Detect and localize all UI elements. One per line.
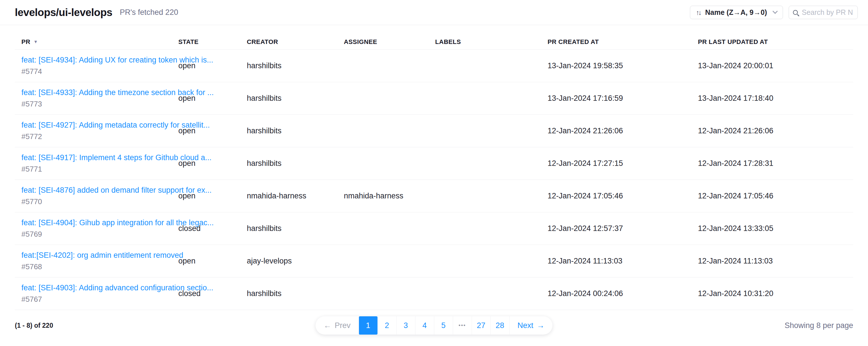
pr-creator: harshilbits bbox=[247, 289, 344, 298]
pr-state: open bbox=[178, 257, 247, 265]
pr-cell: feat: [SEI-4903]: Adding advanced config… bbox=[22, 284, 178, 304]
pr-updated-at: 12-Jan-2024 11:13:03 bbox=[698, 257, 846, 265]
pr-updated-at: 12-Jan-2024 17:28:31 bbox=[698, 159, 846, 168]
pr-creator: harshilbits bbox=[247, 94, 344, 103]
pagination-page-5[interactable]: 5 bbox=[434, 316, 453, 335]
pagination-page-3[interactable]: 3 bbox=[396, 316, 415, 335]
pr-creator: harshilbits bbox=[247, 126, 344, 135]
pagination-page-4[interactable]: 4 bbox=[415, 316, 434, 335]
table-footer: (1 - 8) of 220 ← Prev 12345•••2728 Next … bbox=[15, 310, 853, 341]
pr-updated-at: 12-Jan-2024 13:33:05 bbox=[698, 224, 846, 233]
prs-fetched-count: PR's fetched 220 bbox=[120, 8, 178, 17]
column-header-pr-label: PR bbox=[22, 38, 30, 46]
pr-table: PR▾ STATE CREATOR ASSIGNEE LABELS PR CRE… bbox=[15, 34, 853, 310]
search-icon bbox=[793, 10, 798, 15]
pr-creator: harshilbits bbox=[247, 61, 344, 70]
pr-title-link[interactable]: feat: [SEI-4876] added on demand filter … bbox=[22, 186, 178, 195]
pr-created-at: 12-Jan-2024 17:05:46 bbox=[548, 192, 698, 200]
column-header-updated-at: PR LAST UPDATED AT bbox=[698, 38, 846, 46]
table-row: feat: [SEI-4933]: Adding the timezone se… bbox=[15, 82, 853, 115]
column-header-pr[interactable]: PR▾ bbox=[22, 38, 178, 46]
pr-created-at: 13-Jan-2024 19:58:35 bbox=[548, 61, 698, 70]
pagination-next-button[interactable]: Next → bbox=[509, 316, 553, 335]
pr-state: open bbox=[178, 159, 247, 168]
column-header-assignee: ASSIGNEE bbox=[344, 38, 435, 46]
pr-cell: feat: [SEI-4927]: Adding metadata correc… bbox=[22, 121, 178, 141]
column-header-state: STATE bbox=[178, 38, 247, 46]
pr-state: open bbox=[178, 94, 247, 103]
pr-assignee: nmahida-harness bbox=[344, 192, 435, 200]
pr-title-link[interactable]: feat:[SEI-4202]: org admin entitlement r… bbox=[22, 251, 178, 260]
pr-creator: harshilbits bbox=[247, 224, 344, 233]
prev-label: Prev bbox=[335, 321, 351, 330]
table-row: feat: [SEI-4903]: Adding advanced config… bbox=[15, 278, 853, 310]
table-row: feat: [SEI-4917]: Implement 4 steps for … bbox=[15, 147, 853, 180]
pr-created-at: 12-Jan-2024 11:13:03 bbox=[548, 257, 698, 265]
pagination-page-28[interactable]: 28 bbox=[491, 316, 509, 335]
pagination: ← Prev 12345•••2728 Next → bbox=[316, 316, 552, 335]
pr-number: #5774 bbox=[22, 67, 178, 76]
pr-title-link[interactable]: feat: [SEI-4917]: Implement 4 steps for … bbox=[22, 153, 178, 162]
pr-updated-at: 13-Jan-2024 20:00:01 bbox=[698, 61, 846, 70]
table-row: feat: [SEI-4927]: Adding metadata correc… bbox=[15, 115, 853, 147]
chevron-down-icon bbox=[772, 8, 778, 14]
search-input[interactable] bbox=[801, 8, 854, 17]
pr-created-at: 12-Jan-2024 21:26:06 bbox=[548, 126, 698, 135]
sort-selected-value: Name (Z→A, 9→0) bbox=[705, 8, 767, 17]
table-row: feat: [SEI-4934]: Adding UX for creating… bbox=[15, 50, 853, 82]
table-body: feat: [SEI-4934]: Adding UX for creating… bbox=[15, 50, 853, 310]
column-header-creator: CREATOR bbox=[247, 38, 344, 46]
pr-number: #5767 bbox=[22, 295, 178, 304]
pagination-page-27[interactable]: 27 bbox=[472, 316, 491, 335]
table-row: feat: [SEI-4876] added on demand filter … bbox=[15, 180, 853, 212]
pr-title-link[interactable]: feat: [SEI-4933]: Adding the timezone se… bbox=[22, 88, 178, 97]
table-row: feat: [SEI-4904]: Gihub app integration … bbox=[15, 212, 853, 245]
pr-cell: feat: [SEI-4876] added on demand filter … bbox=[22, 186, 178, 206]
pr-updated-at: 12-Jan-2024 17:05:46 bbox=[698, 192, 846, 200]
search-container bbox=[789, 6, 858, 19]
table-row: feat:[SEI-4202]: org admin entitlement r… bbox=[15, 245, 853, 278]
pr-title-link[interactable]: feat: [SEI-4904]: Gihub app integration … bbox=[22, 219, 178, 227]
pr-state: open bbox=[178, 126, 247, 135]
pagination-page-1[interactable]: 1 bbox=[359, 316, 377, 335]
pagination-page-2[interactable]: 2 bbox=[377, 316, 396, 335]
next-label: Next bbox=[518, 321, 534, 330]
pr-title-link[interactable]: feat: [SEI-4903]: Adding advanced config… bbox=[22, 284, 178, 292]
pr-creator: harshilbits bbox=[247, 159, 344, 168]
pr-updated-at: 12-Jan-2024 21:26:06 bbox=[698, 126, 846, 135]
column-header-labels: LABELS bbox=[435, 38, 548, 46]
pr-created-at: 12-Jan-2024 17:27:15 bbox=[548, 159, 698, 168]
pr-cell: feat: [SEI-4917]: Implement 4 steps for … bbox=[22, 153, 178, 174]
pr-number: #5772 bbox=[22, 132, 178, 141]
table-header-row: PR▾ STATE CREATOR ASSIGNEE LABELS PR CRE… bbox=[15, 34, 853, 50]
column-header-created-at: PR CREATED AT bbox=[548, 38, 698, 46]
sort-dropdown[interactable]: ↑↓ Name (Z→A, 9→0) bbox=[690, 6, 783, 19]
right-arrow-icon: → bbox=[537, 321, 545, 330]
pr-number: #5770 bbox=[22, 197, 178, 206]
page-header: levelops/ui-levelops PR's fetched 220 ↑↓… bbox=[0, 0, 868, 25]
sort-desc-icon: ▾ bbox=[34, 39, 37, 45]
page-title: levelops/ui-levelops bbox=[15, 6, 113, 19]
pr-cell: feat: [SEI-4933]: Adding the timezone se… bbox=[22, 88, 178, 109]
pr-updated-at: 12-Jan-2024 10:31:20 bbox=[698, 289, 846, 298]
pr-created-at: 12-Jan-2024 12:57:37 bbox=[548, 224, 698, 233]
pr-state: closed bbox=[178, 289, 247, 298]
pagination-prev-button[interactable]: ← Prev bbox=[316, 316, 359, 335]
pr-cell: feat: [SEI-4934]: Adding UX for creating… bbox=[22, 56, 178, 76]
pr-creator: nmahida-harness bbox=[247, 192, 344, 200]
pr-title-link[interactable]: feat: [SEI-4934]: Adding UX for creating… bbox=[22, 56, 178, 64]
pr-cell: feat:[SEI-4202]: org admin entitlement r… bbox=[22, 251, 178, 271]
pr-cell: feat: [SEI-4904]: Gihub app integration … bbox=[22, 219, 178, 239]
pr-state: open bbox=[178, 192, 247, 200]
pagination-range-text: (1 - 8) of 220 bbox=[15, 322, 53, 329]
pr-title-link[interactable]: feat: [SEI-4927]: Adding metadata correc… bbox=[22, 121, 178, 129]
pr-creator: ajay-levelops bbox=[247, 257, 344, 265]
per-page-text: Showing 8 per page bbox=[785, 321, 853, 330]
pr-state: closed bbox=[178, 224, 247, 233]
pagination-ellipsis[interactable]: ••• bbox=[453, 316, 472, 335]
pr-updated-at: 13-Jan-2024 17:18:40 bbox=[698, 94, 846, 103]
header-controls: ↑↓ Name (Z→A, 9→0) bbox=[690, 6, 858, 19]
pr-number: #5768 bbox=[22, 262, 178, 271]
pr-number: #5771 bbox=[22, 165, 178, 174]
pr-number: #5769 bbox=[22, 230, 178, 239]
